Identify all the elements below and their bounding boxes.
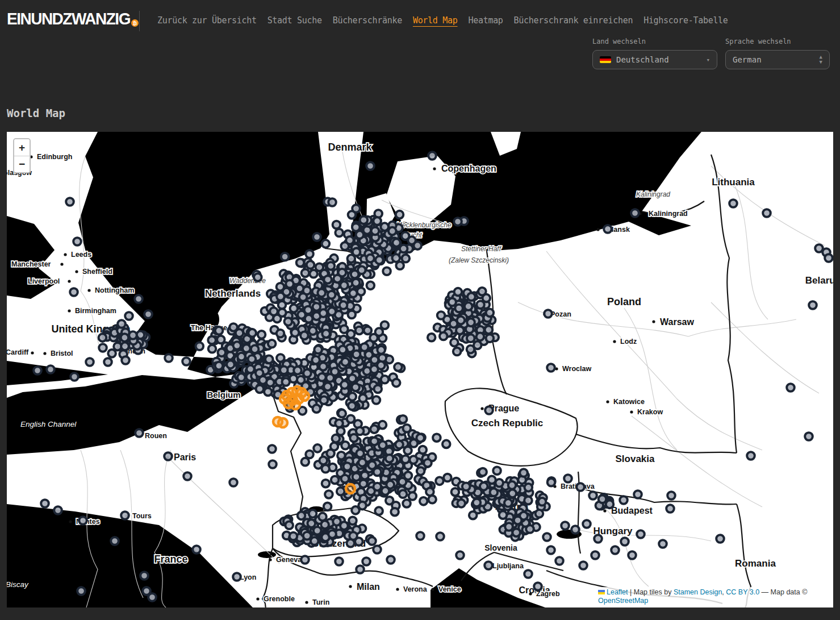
map-marker[interactable] — [386, 455, 394, 463]
map-marker[interactable] — [338, 410, 346, 418]
map-marker[interactable] — [322, 240, 330, 248]
map-marker[interactable] — [361, 472, 369, 480]
map-marker[interactable] — [637, 530, 645, 538]
map-marker[interactable] — [403, 425, 411, 432]
map-marker[interactable] — [381, 223, 388, 231]
map-marker[interactable] — [269, 460, 277, 468]
map-marker[interactable] — [121, 511, 129, 519]
map-marker[interactable] — [313, 303, 321, 311]
map-marker[interactable] — [34, 367, 41, 375]
map-marker[interactable] — [129, 331, 137, 339]
map-marker[interactable] — [306, 451, 314, 459]
map-marker[interactable] — [409, 456, 417, 464]
map-marker[interactable] — [341, 358, 349, 366]
map-marker[interactable] — [348, 311, 356, 319]
map-marker[interactable] — [576, 483, 584, 491]
map-marker[interactable] — [248, 355, 256, 363]
map-marker[interactable] — [606, 501, 614, 509]
map-marker[interactable] — [321, 521, 329, 529]
map-marker[interactable] — [233, 342, 241, 349]
map-marker[interactable] — [347, 330, 355, 338]
map-marker[interactable] — [307, 519, 315, 527]
map-marker[interactable] — [338, 269, 346, 277]
map-marker[interactable] — [325, 490, 333, 498]
map-marker[interactable] — [305, 315, 313, 323]
map-marker[interactable] — [328, 198, 336, 206]
map-marker[interactable] — [326, 374, 334, 382]
map-marker[interactable] — [419, 446, 427, 454]
map-marker[interactable] — [360, 216, 368, 224]
map-marker[interactable] — [455, 305, 463, 313]
map-marker[interactable] — [339, 346, 347, 354]
map-marker[interactable] — [356, 427, 364, 435]
map-marker[interactable] — [108, 349, 116, 357]
map-marker[interactable] — [392, 239, 400, 247]
osm-link[interactable]: OpenStreetMap — [598, 597, 648, 605]
map-marker[interactable] — [659, 540, 667, 548]
map-marker[interactable] — [375, 256, 383, 264]
map-marker[interactable] — [270, 307, 278, 315]
map-marker[interactable] — [208, 336, 216, 344]
map-marker[interactable] — [452, 488, 459, 496]
map-marker[interactable] — [428, 496, 436, 504]
map-marker[interactable] — [148, 593, 156, 601]
map-marker[interactable] — [360, 480, 367, 488]
map-marker[interactable] — [465, 302, 473, 310]
map-marker[interactable] — [469, 511, 477, 519]
map-marker[interactable] — [99, 344, 107, 352]
map-marker[interactable] — [583, 520, 591, 528]
map-marker[interactable] — [282, 378, 290, 386]
map-marker[interactable] — [79, 517, 87, 525]
map-marker[interactable] — [437, 311, 445, 319]
map-marker[interactable] — [484, 561, 492, 569]
map-marker[interactable] — [229, 478, 237, 486]
map-marker[interactable] — [493, 467, 501, 475]
map-marker[interactable] — [361, 343, 369, 351]
nav-item-heatmap[interactable]: Heatmap — [468, 15, 503, 26]
map-marker[interactable] — [318, 373, 326, 381]
map-marker[interactable] — [327, 262, 335, 270]
map-marker[interactable] — [319, 363, 327, 371]
zoom-in-button[interactable]: + — [14, 139, 30, 156]
map-marker[interactable] — [403, 500, 411, 507]
map-marker[interactable] — [373, 546, 381, 554]
map-marker[interactable] — [561, 522, 569, 530]
map-marker[interactable] — [420, 497, 428, 505]
map-marker[interactable] — [322, 480, 330, 488]
map-marker[interactable] — [370, 438, 378, 446]
map-marker[interactable] — [564, 475, 572, 482]
map-marker[interactable] — [111, 537, 119, 545]
map-marker[interactable] — [368, 537, 376, 545]
map-marker[interactable] — [467, 293, 475, 301]
map-marker[interactable] — [485, 326, 493, 334]
map-marker[interactable] — [453, 348, 461, 356]
map-marker[interactable] — [359, 394, 367, 402]
map-marker[interactable] — [362, 557, 370, 565]
map-marker[interactable] — [631, 209, 639, 217]
map-marker[interactable] — [125, 312, 133, 320]
nav-item-stadt-suche[interactable]: Stadt Suche — [268, 15, 322, 26]
map-marker[interactable] — [555, 557, 563, 565]
map-marker[interactable] — [251, 346, 259, 353]
map-marker[interactable] — [264, 388, 272, 396]
map-marker[interactable] — [366, 255, 374, 263]
map-marker[interactable] — [402, 455, 409, 463]
map-marker[interactable] — [320, 396, 328, 404]
map-marker[interactable] — [428, 152, 436, 160]
map-marker[interactable] — [366, 162, 374, 170]
map-marker[interactable] — [135, 429, 143, 437]
map-marker[interactable] — [347, 415, 355, 423]
map-marker[interactable] — [280, 366, 288, 374]
map-marker[interactable] — [256, 369, 264, 377]
map-marker[interactable] — [309, 510, 317, 518]
map-marker[interactable] — [165, 354, 173, 362]
map-marker[interactable] — [386, 497, 394, 505]
map-marker[interactable] — [391, 508, 399, 516]
map-marker[interactable] — [371, 356, 379, 364]
nav-item-zurueck[interactable]: Zurück zur Übersicht — [157, 15, 257, 26]
map-marker[interactable] — [547, 546, 555, 554]
map-marker[interactable] — [364, 327, 372, 335]
map-marker[interactable] — [579, 561, 587, 569]
map-marker[interactable] — [534, 582, 542, 590]
map-marker[interactable] — [417, 467, 425, 475]
